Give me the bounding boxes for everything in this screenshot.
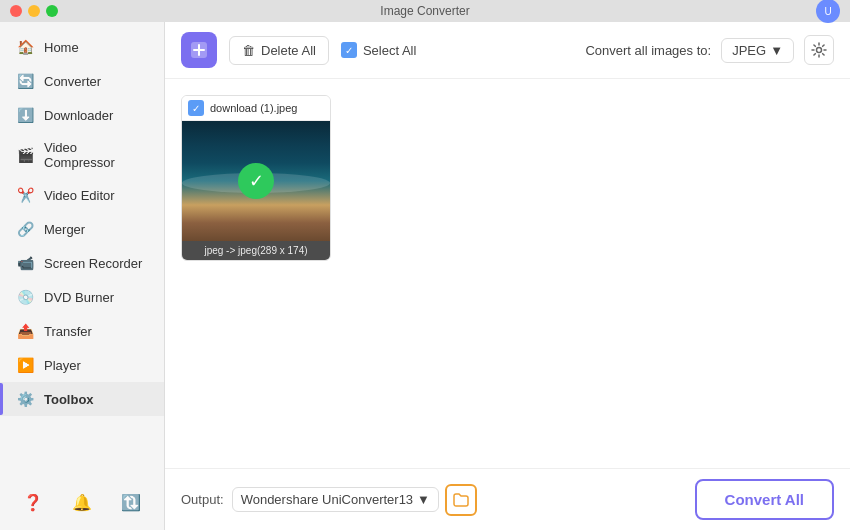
- refresh-icon[interactable]: 🔃: [121, 493, 141, 512]
- sidebar: 🏠 Home 🔄 Converter ⬇️ Downloader 🎬 Video…: [0, 22, 165, 530]
- svg-point-1: [817, 48, 822, 53]
- sidebar-item-screen-recorder[interactable]: 📹 Screen Recorder: [0, 246, 164, 280]
- output-label: Output:: [181, 492, 224, 507]
- sidebar-label-merger: Merger: [44, 222, 85, 237]
- title-bar: Image Converter U: [0, 0, 850, 22]
- notifications-icon[interactable]: 🔔: [72, 493, 92, 512]
- merger-icon: 🔗: [16, 220, 34, 238]
- open-folder-button[interactable]: [445, 484, 477, 516]
- content-area: ✓ download (1).jpeg ✓ jpeg -> jpeg(289 x…: [165, 79, 850, 468]
- sidebar-item-converter[interactable]: 🔄 Converter: [0, 64, 164, 98]
- thumbnail-background: ✓: [182, 121, 330, 241]
- add-image-button[interactable]: [181, 32, 217, 68]
- home-icon: 🏠: [16, 38, 34, 56]
- sidebar-item-merger[interactable]: 🔗 Merger: [0, 212, 164, 246]
- screen-recorder-icon: 📹: [16, 254, 34, 272]
- transfer-icon: 📤: [16, 322, 34, 340]
- sidebar-label-transfer: Transfer: [44, 324, 92, 339]
- sidebar-label-video-compressor: Video Compressor: [44, 140, 148, 170]
- converter-icon: 🔄: [16, 72, 34, 90]
- convert-images-label: Convert all images to:: [585, 43, 711, 58]
- traffic-lights: [10, 5, 58, 17]
- sidebar-label-player: Player: [44, 358, 81, 373]
- close-button[interactable]: [10, 5, 22, 17]
- help-icon[interactable]: ❓: [23, 493, 43, 512]
- check-circle: ✓: [238, 163, 274, 199]
- sidebar-item-video-compressor[interactable]: 🎬 Video Compressor: [0, 132, 164, 178]
- delete-icon: 🗑: [242, 43, 255, 58]
- sidebar-label-converter: Converter: [44, 74, 101, 89]
- toolbar-right: Convert all images to: JPEG ▼: [585, 35, 834, 65]
- dvd-burner-icon: 💿: [16, 288, 34, 306]
- sidebar-item-transfer[interactable]: 📤 Transfer: [0, 314, 164, 348]
- select-all-checkbox[interactable]: ✓: [341, 42, 357, 58]
- format-select[interactable]: JPEG ▼: [721, 38, 794, 63]
- sidebar-item-toolbox[interactable]: ⚙️ Toolbox: [0, 382, 164, 416]
- delete-all-button[interactable]: 🗑 Delete All: [229, 36, 329, 65]
- image-card-header: ✓ download (1).jpeg: [182, 96, 330, 121]
- main-panel: 🗑 Delete All ✓ Select All Convert all im…: [165, 22, 850, 530]
- sidebar-item-home[interactable]: 🏠 Home: [0, 30, 164, 64]
- output-folder-path: Wondershare UniConverter13: [241, 492, 413, 507]
- downloader-icon: ⬇️: [16, 106, 34, 124]
- bottom-bar: Output: Wondershare UniConverter13 ▼ Con…: [165, 468, 850, 530]
- format-value: JPEG: [732, 43, 766, 58]
- chevron-down-icon: ▼: [770, 43, 783, 58]
- sidebar-item-downloader[interactable]: ⬇️ Downloader: [0, 98, 164, 132]
- image-card: ✓ download (1).jpeg ✓ jpeg -> jpeg(289 x…: [181, 95, 331, 261]
- sidebar-item-player[interactable]: ▶️ Player: [0, 348, 164, 382]
- select-all-label[interactable]: ✓ Select All: [341, 42, 416, 58]
- image-card-name: download (1).jpeg: [210, 102, 297, 114]
- sidebar-item-video-editor[interactable]: ✂️ Video Editor: [0, 178, 164, 212]
- sidebar-item-dvd-burner[interactable]: 💿 DVD Burner: [0, 280, 164, 314]
- minimize-button[interactable]: [28, 5, 40, 17]
- sidebar-label-toolbox: Toolbox: [44, 392, 94, 407]
- sidebar-label-screen-recorder: Screen Recorder: [44, 256, 142, 271]
- player-icon: ▶️: [16, 356, 34, 374]
- toolbar: 🗑 Delete All ✓ Select All Convert all im…: [165, 22, 850, 79]
- toolbox-icon: ⚙️: [16, 390, 34, 408]
- sidebar-label-video-editor: Video Editor: [44, 188, 115, 203]
- sidebar-label-dvd-burner: DVD Burner: [44, 290, 114, 305]
- image-checkbox[interactable]: ✓: [188, 100, 204, 116]
- output-folder-select[interactable]: Wondershare UniConverter13 ▼: [232, 487, 439, 512]
- sidebar-bottom: ❓ 🔔 🔃: [0, 483, 164, 522]
- image-card-footer: jpeg -> jpeg(289 x 174): [182, 241, 330, 260]
- sidebar-label-downloader: Downloader: [44, 108, 113, 123]
- delete-all-label: Delete All: [261, 43, 316, 58]
- convert-all-button[interactable]: Convert All: [695, 479, 834, 520]
- settings-button[interactable]: [804, 35, 834, 65]
- dropdown-arrow-icon: ▼: [417, 492, 430, 507]
- user-avatar: U: [816, 0, 840, 23]
- window-title: Image Converter: [380, 4, 469, 18]
- video-compressor-icon: 🎬: [16, 146, 34, 164]
- select-all-text: Select All: [363, 43, 416, 58]
- image-thumbnail: ✓: [182, 121, 330, 241]
- maximize-button[interactable]: [46, 5, 58, 17]
- sidebar-label-home: Home: [44, 40, 79, 55]
- video-editor-icon: ✂️: [16, 186, 34, 204]
